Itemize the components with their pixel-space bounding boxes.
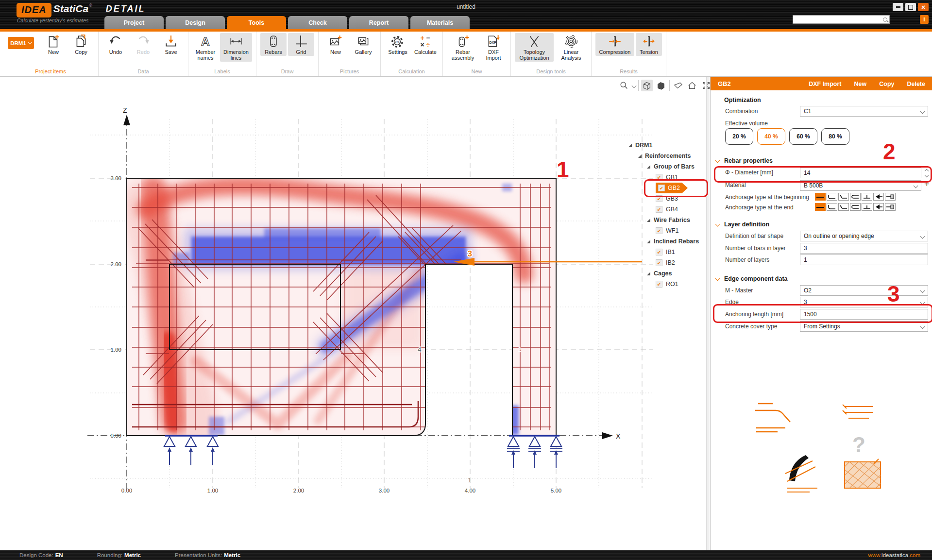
tab-check[interactable]: Check (288, 16, 347, 29)
expand-triangle-icon[interactable] (647, 272, 650, 275)
tab-report[interactable]: Report (349, 16, 408, 29)
tree-item-inclined-rebars[interactable]: Inclined Rebars (623, 236, 706, 247)
anchorage-plate-button[interactable] (885, 193, 896, 201)
annotation-step-1: 1 (557, 158, 569, 181)
anchorage-hook-90-button[interactable] (827, 193, 837, 201)
ribbon-tabs: Project Design Tools Check Report Materi… (104, 16, 470, 29)
edge-label-4: 4 (418, 346, 422, 353)
volume-60-button[interactable]: 60 % (789, 128, 817, 145)
anchorage-hook-135-button[interactable] (838, 193, 849, 201)
anchorage-foot-button[interactable] (862, 203, 872, 211)
section-edge-component: Edge component data (724, 275, 788, 282)
volume-40-button[interactable]: 40 % (757, 128, 785, 145)
home-view-button[interactable] (686, 80, 698, 91)
volume-80-button[interactable]: 80 % (821, 128, 849, 145)
tree-item-drm1[interactable]: DRM1 (623, 140, 706, 151)
section-layer-definition: Layer definition (724, 221, 769, 228)
expand-triangle-icon[interactable] (647, 219, 650, 222)
chevron-down-icon (920, 234, 925, 238)
tree-item-ib2[interactable]: ✔IB2 (623, 257, 706, 268)
expand-triangle-icon[interactable] (628, 144, 632, 147)
idea-statica-detail-window: Z X (0, 0, 932, 560)
expand-triangle-icon[interactable] (647, 165, 650, 169)
tree-item-group-of-bars[interactable]: Group of Bars (623, 161, 706, 172)
wireframe-view-button[interactable] (641, 80, 653, 91)
tab-tools[interactable]: Tools (227, 16, 286, 29)
anchorage-head-button[interactable] (873, 203, 884, 211)
anchorage-hook-180-button[interactable] (850, 193, 861, 201)
tree-item-wf1[interactable]: ✔WF1 (623, 225, 706, 236)
reinforcement-tree: DRM1 Reinforcements Group of Bars ✔GB1 ✔… (623, 140, 706, 289)
x-axis-arrow (602, 432, 613, 439)
bar-shape-select[interactable]: On outline or opening edge (800, 231, 928, 241)
section-rebar-properties: Rebar properties (724, 157, 773, 164)
annotation-box-anchoring (713, 304, 932, 323)
combination-select[interactable]: C1 (800, 106, 928, 117)
tree-item-cages[interactable]: Cages (623, 268, 706, 279)
checkbox-checked[interactable]: ✔ (656, 227, 662, 234)
section-chevron-icon[interactable] (715, 222, 720, 227)
bar-shape-label: Definition of bar shape (725, 233, 783, 239)
volume-20-button[interactable]: 20 % (725, 128, 753, 145)
tree-item-wire-fabrics[interactable]: Wire Fabrics (623, 215, 706, 225)
master-label: M - Master (725, 287, 753, 294)
layers-illustration (843, 405, 873, 418)
anchorage-plate-button[interactable] (885, 203, 896, 211)
chevron-down-icon (920, 109, 925, 114)
panel-title: GB2 (718, 80, 731, 87)
combination-label: Combination (725, 108, 758, 115)
anchorage-head-button[interactable] (873, 193, 884, 201)
edge-number-labels: 4 2 1 (418, 346, 522, 484)
checkbox-checked[interactable]: ✔ (656, 249, 662, 255)
panel-splitter[interactable] (706, 77, 710, 550)
wireframe-cube-icon (642, 81, 652, 90)
anchorage-hook-180-button[interactable] (850, 203, 861, 211)
chevron-down-icon (920, 324, 925, 329)
checkbox-checked[interactable]: ✔ (656, 206, 662, 213)
fit-view-button[interactable] (700, 80, 712, 91)
panel-delete-button[interactable]: Delete (907, 81, 925, 87)
supports (164, 436, 562, 468)
effective-volume-label: Effective volume (725, 120, 768, 127)
panel-new-button[interactable]: New (854, 81, 867, 87)
panel-copy-button[interactable]: Copy (879, 81, 894, 87)
anchorage-hook-90-button[interactable] (827, 203, 837, 211)
zoom-search-button[interactable] (618, 80, 630, 91)
anchorage-straight-button[interactable] (815, 203, 826, 211)
tree-item-ib1[interactable]: ✔IB1 (623, 247, 706, 257)
presentation-units: Presentation Units:Metric (175, 552, 240, 558)
tab-materials[interactable]: Materials (410, 16, 470, 29)
chevron-down-icon[interactable] (632, 83, 637, 88)
expand-triangle-icon[interactable] (647, 240, 650, 243)
anchorage-hook-135-button[interactable] (838, 203, 849, 211)
clip-view-button[interactable] (672, 80, 684, 91)
anchorage-foot-button[interactable] (862, 193, 872, 201)
z-tick: 3.00 (111, 175, 121, 181)
tree-item-gb4[interactable]: ✔GB4 (623, 204, 706, 215)
tab-design[interactable]: Design (166, 16, 225, 29)
z-axis-arrow (123, 115, 130, 125)
anchorage-begin-label: Anchorage type at the beginning (725, 194, 809, 201)
anchorage-straight-button[interactable] (815, 193, 826, 201)
checkbox-checked[interactable]: ✔ (656, 281, 662, 288)
section-chevron-icon[interactable] (715, 158, 720, 163)
bar-shape-illustration (755, 404, 790, 432)
annotation-box-gb2 (644, 179, 708, 197)
tab-project[interactable]: Project (104, 16, 164, 29)
number-of-layers-input[interactable]: 1 (800, 255, 928, 265)
expand-triangle-icon[interactable] (638, 154, 642, 158)
bars-in-layer-input[interactable]: 3 (800, 243, 928, 254)
canvas-view-toolbar (618, 80, 712, 91)
panel-dxf-import-button[interactable]: DXF Import (809, 81, 841, 87)
x-tick: 0.00 (121, 488, 132, 493)
tree-item-reinforcements[interactable]: Reinforcements (623, 151, 706, 161)
website-link[interactable]: www.ideastatica.com (868, 552, 920, 558)
panel-header: GB2 DXF Import New Copy Delete (711, 77, 932, 90)
solid-view-button[interactable] (655, 80, 667, 91)
tree-item-ro1[interactable]: ✔RO1 (623, 279, 706, 289)
anchorage-end-options (815, 203, 896, 211)
annotation-box-diameter (714, 166, 932, 183)
checkbox-checked[interactable]: ✔ (656, 259, 662, 266)
master-select[interactable]: O2 (800, 285, 928, 296)
section-chevron-icon[interactable] (715, 276, 720, 281)
